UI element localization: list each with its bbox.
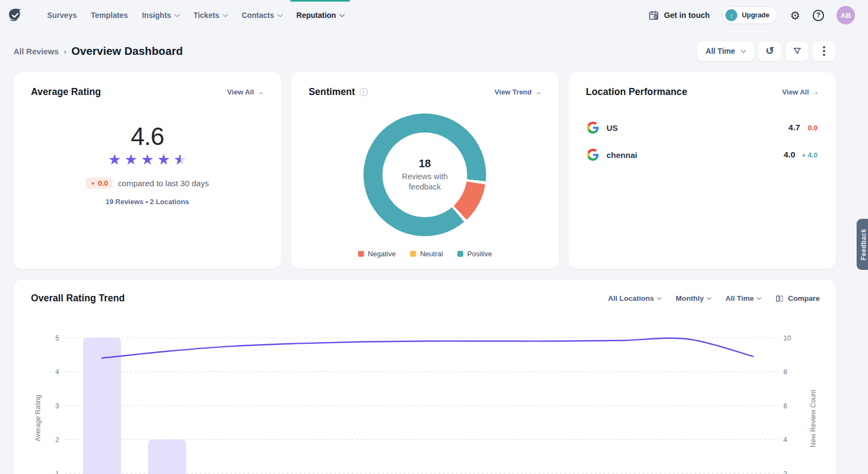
info-icon[interactable]: i [360, 88, 368, 96]
feedback-tab-label: Feedback [860, 229, 867, 261]
calendar-clock-icon [648, 10, 659, 21]
more-options-button[interactable] [812, 41, 836, 61]
help-icon[interactable]: ? [813, 10, 824, 21]
google-icon [587, 149, 599, 161]
time-filter-dropdown[interactable]: All Time [697, 41, 755, 61]
compare-label: Compare [788, 294, 820, 302]
get-in-touch-label: Get in touch [664, 11, 710, 20]
svg-text:8: 8 [783, 368, 787, 376]
star-rating: ★★★★★★ [14, 151, 281, 168]
chevron-down-icon [223, 11, 228, 17]
surveysparrow-logo[interactable] [7, 7, 24, 24]
location-rating: 4.7 [788, 123, 800, 132]
funnel-icon [792, 46, 802, 56]
granularity-filter-dropdown[interactable]: Monthly [675, 294, 711, 302]
location-row-chennai[interactable]: chennai 4.0 ▲ 4.0 [569, 141, 836, 168]
star-icon: ★ [108, 151, 121, 168]
legend-negative-label: Negative [368, 250, 395, 258]
svg-text:3: 3 [55, 402, 59, 410]
nav-item-tickets[interactable]: Tickets [186, 0, 234, 30]
neutral-swatch-icon [410, 251, 416, 257]
average-rating-title: Average Rating [31, 86, 101, 98]
chevron-down-icon [657, 295, 661, 300]
view-all-label: View All [782, 88, 809, 96]
nav-item-tickets-label: Tickets [193, 11, 219, 20]
legend-item-negative[interactable]: Negative [358, 250, 395, 258]
sentiment-donut[interactable]: 18 Reviews with feedback [363, 113, 486, 236]
nav-item-templates[interactable]: Templates [84, 0, 135, 30]
location-delta: ▲ 4.0 [801, 151, 818, 159]
svg-text:10: 10 [783, 334, 791, 342]
negative-swatch-icon [358, 251, 364, 257]
user-avatar[interactable]: AB [837, 6, 855, 24]
chevron-down-icon [757, 295, 761, 300]
rating-trend-chart[interactable]: 51048362412 [14, 280, 836, 474]
time-filter-label: All Time [706, 47, 735, 55]
granularity-filter-label: Monthly [675, 294, 704, 302]
refresh-button[interactable]: ↺ [758, 41, 782, 61]
breadcrumb-all-reviews[interactable]: All Reviews [14, 47, 59, 56]
location-performance-card: Location Performance View All → US 4.7 0… [569, 72, 836, 269]
location-row-us[interactable]: US 4.7 0.0 [569, 114, 836, 141]
sentiment-view-trend-link[interactable]: View Trend → [495, 88, 541, 96]
star-icon: ★ [141, 151, 154, 168]
svg-text:4: 4 [55, 368, 59, 376]
upgrade-label: Upgrade [742, 11, 769, 19]
location-delta-value: 0.0 [808, 124, 818, 132]
location-delta-value: 4.0 [808, 151, 818, 159]
nav-item-surveys-label: Surveys [47, 11, 76, 20]
chevron-down-icon [175, 11, 180, 17]
average-rating-card: Average Rating View All → 4.6 ★★★★★★ ▼ 0… [14, 72, 281, 269]
google-icon [587, 122, 599, 134]
svg-text:2: 2 [783, 470, 787, 474]
overall-rating-trend-card: Overall Rating Trend All Locations Month… [14, 280, 836, 474]
legend-item-positive[interactable]: Positive [457, 250, 492, 258]
sentiment-legend: Negative Neutral Positive [291, 250, 559, 258]
trend-time-filter-label: All Time [725, 294, 754, 302]
get-in-touch-button[interactable]: Get in touch [648, 10, 710, 21]
location-view-all-link[interactable]: View All → [782, 88, 819, 96]
average-rating-value: 4.6 [14, 124, 281, 149]
compare-period-text: compared to last 30 days [118, 179, 209, 188]
star-icon: ★ [157, 151, 170, 168]
location-name: chennai [607, 150, 637, 160]
svg-text:6: 6 [783, 402, 787, 410]
reviews-locations-link[interactable]: 19 Reviews • 2 Locations [14, 198, 281, 206]
compare-button[interactable]: Compare [775, 294, 820, 303]
nav-item-surveys[interactable]: Surveys [40, 0, 84, 30]
upgrade-arrow-icon: ↑ [725, 9, 737, 21]
average-rating-view-all-link[interactable]: View All → [227, 88, 264, 96]
refresh-icon: ↺ [765, 46, 774, 56]
location-performance-title: Location Performance [586, 86, 687, 98]
sentiment-card: Sentiment i View Trend → 18 Reviews with… [291, 72, 559, 269]
arrow-right-icon: → [534, 88, 541, 96]
top-nav: Surveys Templates Insights Tickets Conta… [0, 0, 868, 30]
filter-button[interactable] [785, 41, 809, 61]
reviews-with-feedback-label: Reviews with feedback [390, 172, 460, 192]
logo-bird-icon [7, 7, 23, 23]
rating-delta-badge: ▼ 0.0 [86, 178, 113, 189]
breadcrumb-separator: › [63, 47, 66, 56]
nav-item-contacts-label: Contacts [241, 11, 274, 20]
upgrade-button[interactable]: ↑ Upgrade [722, 7, 777, 24]
locations-filter-label: All Locations [608, 294, 654, 302]
settings-gear-icon[interactable]: ⚙ [790, 10, 800, 21]
nav-item-reputation-label: Reputation [296, 11, 336, 20]
left-axis-title: Average Rating [34, 395, 42, 441]
locations-filter-dropdown[interactable]: All Locations [608, 294, 661, 302]
legend-item-neutral[interactable]: Neutral [410, 250, 443, 258]
star-icon: ★★ [174, 151, 187, 168]
nav-item-reputation[interactable]: Reputation [289, 0, 351, 30]
nav-item-insights-label: Insights [142, 11, 171, 20]
nav-item-insights[interactable]: Insights [135, 0, 187, 30]
view-all-label: View All [227, 88, 254, 96]
feedback-tab-button[interactable]: Feedback [857, 219, 868, 270]
kebab-menu-icon [823, 46, 825, 56]
reviews-with-feedback-count: 18 [419, 157, 431, 170]
triangle-down-icon: ▼ [91, 181, 95, 186]
rating-delta-value: 0.0 [98, 179, 108, 187]
sentiment-title: Sentiment [309, 86, 355, 98]
nav-item-contacts[interactable]: Contacts [234, 0, 289, 30]
trend-time-filter-dropdown[interactable]: All Time [725, 294, 761, 302]
svg-text:4: 4 [783, 436, 787, 444]
